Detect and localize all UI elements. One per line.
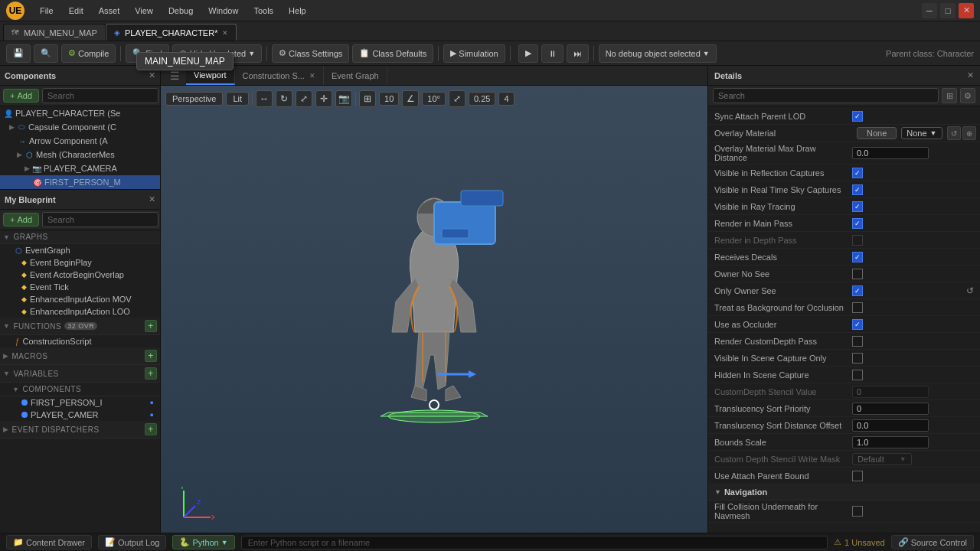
window-maximize[interactable]: □ [940, 3, 956, 18]
tree-item-capsule[interactable]: ▶ ⬭ Capsule Component (C [0, 120, 160, 134]
checkbox-use-occluder[interactable] [852, 319, 863, 330]
ue-logo[interactable]: UE [6, 2, 24, 20]
details-settings-btn[interactable]: ⚙ [960, 88, 975, 103]
bounds-scale-input[interactable] [852, 436, 929, 448]
hide-unrelated-btn[interactable]: 👁 Hide Unrelated ▼ [172, 44, 262, 63]
add-blueprint-btn[interactable]: + Add [3, 213, 39, 227]
components-search-input[interactable] [42, 88, 158, 103]
graphs-section-header[interactable]: ▼ GRAPHS [0, 230, 160, 244]
debug-selector[interactable]: No debug object selected ▼ [599, 44, 717, 63]
macros-section-header[interactable]: ▶ MACROS + [0, 347, 160, 365]
scale-tool[interactable]: ⤢ [296, 90, 312, 107]
content-drawer-btn[interactable]: 📁 Content Drawer [6, 535, 92, 549]
checkbox-receives-decals[interactable] [852, 252, 863, 262]
camera-tool[interactable]: 📷 [335, 90, 352, 107]
components-subsection[interactable]: ▼ Components [0, 383, 160, 396]
checkbox-sync-attach-parent-lod[interactable] [852, 111, 863, 122]
tab-event-graph[interactable]: Event Graph [324, 66, 387, 85]
output-log-btn[interactable]: 📝 Output Log [98, 535, 166, 549]
source-control-btn[interactable]: 🔗 Source Control [891, 535, 974, 549]
menu-asset[interactable]: Asset [93, 5, 126, 17]
angle-icon[interactable]: ∠ [402, 90, 419, 107]
checkbox-fill-collision-underneath[interactable] [852, 506, 863, 517]
var-player-camera[interactable]: PLAYER_CAMER ● [0, 409, 160, 421]
my-blueprint-close[interactable]: ✕ [149, 194, 155, 204]
add-function-btn[interactable]: + [145, 320, 157, 332]
my-blueprint-search-input[interactable] [42, 212, 158, 227]
event-tick[interactable]: ◆ Event Tick [21, 281, 160, 293]
checkbox-render-main-pass[interactable] [852, 218, 863, 229]
grid-icon[interactable]: ⊞ [359, 90, 376, 107]
universal-tool[interactable]: ✛ [315, 90, 332, 107]
class-defaults-btn[interactable]: 📋 Class Defaults [352, 44, 433, 63]
details-search-input[interactable] [713, 88, 939, 103]
graph-item-event-graph[interactable]: ⬡ EventGraph [0, 244, 160, 256]
python-btn[interactable]: 🐍 Python ▼ [172, 535, 234, 549]
grid-size[interactable]: 10 [379, 92, 399, 106]
construction-script-item[interactable]: ƒ ConstructionScript [0, 335, 160, 347]
angle-snap[interactable]: 10° [422, 92, 446, 106]
save-btn[interactable]: 💾 [6, 44, 31, 63]
details-close-btn[interactable]: ✕ [967, 70, 974, 80]
overlay-dropdown[interactable]: None ▼ [901, 127, 942, 139]
tab-close-player-character[interactable]: ✕ [222, 29, 228, 37]
menu-help[interactable]: Help [283, 5, 312, 17]
scale-icon[interactable]: ⤢ [449, 90, 466, 107]
rotate-tool[interactable]: ↻ [276, 90, 292, 107]
translate-tool[interactable]: ↔ [256, 90, 273, 107]
window-minimize[interactable]: ─ [922, 3, 937, 18]
find-in-source-btn[interactable]: 🔍 [34, 44, 58, 63]
tab-player-character[interactable]: ◈ PLAYER_CHARACTER* ✕ [106, 24, 237, 41]
reset-icon[interactable]: ↺ [966, 285, 974, 296]
tree-item-player-character[interactable]: 👤 PLAYER_CHARACTER (Se [0, 106, 160, 120]
translucency-sort-priority-input[interactable] [852, 403, 929, 415]
tab-viewport[interactable]: Viewport [186, 66, 235, 85]
event-actor-begin-overlap[interactable]: ◆ Event ActorBeginOverlap [21, 269, 160, 281]
menu-edit[interactable]: Edit [63, 5, 90, 17]
checkbox-owner-no-see[interactable] [852, 269, 863, 279]
python-input[interactable] [241, 536, 828, 549]
event-dispatchers-section[interactable]: ▶ EVENT DISPATCHERS + [0, 421, 160, 439]
window-close[interactable]: ✕ [959, 3, 974, 18]
camera-speed[interactable]: 4 [498, 92, 514, 106]
pause-btn[interactable]: ⏸ [541, 44, 564, 63]
simulation-btn[interactable]: ▶ Simulation [443, 44, 505, 63]
event-enhanced-input-mov[interactable]: ◆ EnhancedInputAction MOV [21, 293, 160, 305]
tree-item-mesh[interactable]: ▶ ⬡ Mesh (CharacterMes [0, 148, 160, 161]
event-enhanced-input-loo[interactable]: ◆ EnhancedInputAction LOO [21, 305, 160, 318]
overlay-browse-btn[interactable]: ⊕ [962, 126, 976, 140]
checkbox-use-attach-parent-bound[interactable] [852, 471, 863, 481]
checkbox-render-custom-depth[interactable] [852, 336, 863, 347]
menu-window[interactable]: Window [202, 5, 244, 17]
menu-file[interactable]: File [34, 5, 60, 17]
lit-btn[interactable]: Lit [226, 92, 249, 106]
tree-item-fpv[interactable]: 🎯 FIRST_PERSON_M [0, 175, 160, 189]
overlay-refresh-btn[interactable]: ↺ [947, 126, 961, 140]
add-macro-btn[interactable]: + [145, 350, 157, 362]
construction-tab-close[interactable]: ✕ [309, 72, 315, 80]
functions-section-header[interactable]: ▼ FUNCTIONS 32 OVR + [0, 318, 160, 335]
variables-section-header[interactable]: ▼ VARIABLES + [0, 365, 160, 383]
add-variable-btn[interactable]: + [145, 367, 157, 380]
checkbox-visible-sky-captures[interactable] [852, 184, 863, 195]
tab-main-menu-map[interactable]: 🗺 MAIN_MENU_MAP [3, 24, 106, 41]
checkbox-treat-background[interactable] [852, 302, 863, 313]
stop-btn[interactable]: ⏭ [567, 44, 589, 63]
tree-item-arrow[interactable]: → Arrow Component (A [0, 134, 160, 148]
tree-item-camera[interactable]: ▶ 📷 PLAYER_CAMERA [0, 161, 160, 175]
add-event-dispatcher-btn[interactable]: + [145, 423, 157, 435]
var-first-person[interactable]: FIRST_PERSON_I ● [0, 396, 160, 409]
checkbox-visible-ray-tracing[interactable] [852, 201, 863, 212]
compile-btn[interactable]: ⚙ Compile [61, 44, 116, 63]
scale-value[interactable]: 0.25 [469, 92, 495, 106]
navigation-section-header[interactable]: ▼ Navigation [708, 484, 980, 500]
checkbox-visible-reflection[interactable] [852, 168, 863, 178]
find-btn[interactable]: 🔍 Find [126, 44, 168, 63]
menu-tools[interactable]: Tools [247, 5, 279, 17]
perspective-btn[interactable]: Perspective [165, 92, 223, 106]
play-btn[interactable]: ▶ [518, 44, 538, 63]
checkbox-visible-scene-capture-only[interactable] [852, 353, 863, 364]
details-grid-view-btn[interactable]: ⊞ [942, 88, 957, 103]
menu-debug[interactable]: Debug [162, 5, 199, 17]
menu-view[interactable]: View [129, 5, 159, 17]
